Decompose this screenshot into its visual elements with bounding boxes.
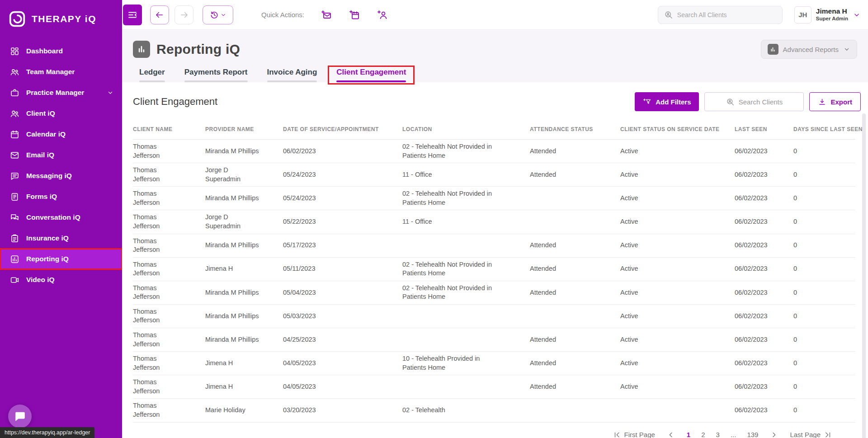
menu-fold-icon [127, 9, 138, 20]
table-cell [402, 375, 530, 399]
mail-plus-icon [321, 9, 332, 20]
sidebar-item-messaging-iq[interactable]: Messaging iQ [0, 165, 122, 186]
table-cell: 11 - Office [402, 210, 530, 234]
table-cell: 04/05/2023 [283, 375, 402, 399]
export-button[interactable]: Export [809, 92, 861, 111]
table-row[interactable]: Thomas JeffersonMiranda M Phillips05/03/… [133, 304, 855, 328]
advanced-reports-button[interactable]: Advanced Reports [761, 40, 857, 59]
last-page-button[interactable]: Last Page [790, 431, 832, 438]
page-button-1[interactable]: 1 [687, 431, 690, 438]
sidebar-item-insurance-iq[interactable]: Insurance iQ [0, 228, 122, 249]
table-cell: 04/05/2023 [283, 352, 402, 375]
person-plus-icon [377, 9, 388, 20]
table-cell: 06/02/2023 [735, 281, 793, 304]
table-header-row: CLIENT NAMEPROVIDER NAMEDATE OF SERVICE/… [133, 119, 855, 140]
user-role: Super Admin [816, 16, 848, 22]
table-cell: Active [620, 257, 735, 281]
table-cell: Thomas Jefferson [133, 328, 205, 352]
sidebar-item-practice-manager[interactable]: Practice Manager [0, 82, 122, 103]
user-menu[interactable]: JH Jimena H Super Admin [794, 6, 861, 24]
forward-button[interactable] [175, 5, 193, 24]
next-page-button[interactable] [770, 431, 778, 438]
sidebar-item-calendar-iq[interactable]: Calendar iQ [0, 124, 122, 145]
table-cell: 05/24/2023 [283, 187, 402, 210]
sidebar-item-label: Conversation iQ [26, 213, 80, 221]
sidebar-item-client-iq[interactable]: Client iQ [0, 103, 122, 124]
tab-label: Invoice Aging [267, 68, 317, 77]
export-label: Export [830, 98, 852, 106]
table-row[interactable]: Thomas JeffersonMarie Holiday03/20/20230… [133, 399, 855, 422]
search-all-clients-box[interactable] [658, 6, 783, 24]
add-filters-button[interactable]: Add Filters [635, 92, 699, 111]
tab-underline [336, 80, 406, 82]
table-cell: 04/25/2023 [283, 328, 402, 352]
sidebar-item-video-iq[interactable]: Video iQ [0, 269, 122, 290]
last-page-icon [824, 431, 832, 438]
tab-label: Ledger [139, 68, 165, 77]
new-client-quick-action[interactable] [377, 9, 388, 21]
table-row[interactable]: Thomas JeffersonJimena H04/05/2023Attend… [133, 375, 855, 399]
first-page-button[interactable]: First Page [613, 431, 655, 438]
sidebar-nav: DashboardTeam ManagerPractice ManagerCli… [0, 41, 122, 290]
tab-payments-report[interactable]: Payments Report [178, 68, 254, 82]
prev-page-button[interactable] [667, 431, 675, 438]
search-client-icon [664, 10, 673, 19]
page-numbers: 123...139 [687, 431, 759, 438]
table-cell: Jorge D Superadmin [205, 210, 283, 234]
tab-invoice-aging[interactable]: Invoice Aging [261, 68, 324, 82]
table-row[interactable]: Thomas JeffersonMiranda M Phillips05/24/… [133, 187, 855, 210]
sidebar-item-email-iq[interactable]: Email iQ [0, 145, 122, 165]
sidebar-item-dashboard[interactable]: Dashboard [0, 41, 122, 61]
new-appointment-quick-action[interactable] [349, 9, 360, 21]
sidebar-item-team-manager[interactable]: Team Manager [0, 61, 122, 82]
page-button-3[interactable]: 3 [716, 431, 720, 438]
search-clients-button[interactable]: Search Clients [704, 92, 804, 111]
quick-actions-label: Quick Actions: [261, 11, 304, 19]
table-cell: 0 [793, 234, 855, 257]
client-engagement-table: CLIENT NAMEPROVIDER NAMEDATE OF SERVICE/… [133, 119, 855, 423]
table-cell: 06/02/2023 [735, 304, 793, 328]
main-area: Quick Actions: JH Jimena H Super Admin [122, 0, 868, 438]
page-header-band: Reporting iQ Advanced Reports LedgerPaym… [122, 30, 868, 82]
sidebar-item-reporting-iq[interactable]: Reporting iQ [0, 249, 122, 269]
table-row[interactable]: Thomas JeffersonMiranda M Phillips06/02/… [133, 140, 855, 163]
column-header-attendance-status: ATTENDANCE STATUS [530, 119, 620, 140]
table-cell: 06/02/2023 [735, 375, 793, 399]
back-button[interactable] [150, 5, 169, 24]
table-cell: 06/02/2023 [735, 187, 793, 210]
table-row[interactable]: Thomas JeffersonJimena H04/05/202310 - T… [133, 352, 855, 375]
column-header-days-since-last-seen: DAYS SINCE LAST SEEN [793, 119, 855, 140]
tab-client-engagement[interactable]: Client Engagement [330, 68, 412, 82]
table-row[interactable]: Thomas JeffersonMiranda M Phillips05/04/… [133, 281, 855, 304]
search-all-clients-input[interactable] [677, 11, 776, 19]
chat-fab-button[interactable] [8, 405, 32, 428]
history-button[interactable] [203, 5, 233, 24]
reports-icon [768, 44, 778, 55]
table-cell: 06/02/2023 [735, 399, 793, 422]
sidebar-item-forms-iq[interactable]: Forms iQ [0, 186, 122, 207]
vertical-scrollbar[interactable] [862, 113, 866, 438]
chat-icon [14, 410, 26, 422]
sidebar-item-conversation-iq[interactable]: Conversation iQ [0, 207, 122, 228]
table-cell [530, 210, 620, 234]
sidebar-collapse-button[interactable] [123, 5, 142, 25]
brand-logo[interactable]: THERAPY iQ [0, 0, 122, 34]
page-button-139[interactable]: 139 [747, 431, 758, 438]
chevron-left-icon [667, 431, 675, 438]
page-button-2[interactable]: 2 [701, 431, 705, 438]
table-row[interactable]: Thomas JeffersonMiranda M Phillips04/25/… [133, 328, 855, 352]
search-client-icon [726, 98, 735, 106]
clients-icon [10, 109, 19, 118]
table-row[interactable]: Thomas JeffersonMiranda M Phillips05/17/… [133, 234, 855, 257]
table-row[interactable]: Thomas JeffersonJorge D Superadmin05/22/… [133, 210, 855, 234]
table-row[interactable]: Thomas JeffersonJimena H05/11/202302 - T… [133, 257, 855, 281]
table-cell: Jimena H [205, 375, 283, 399]
table-cell: Attended [530, 328, 620, 352]
table-cell: Active [620, 210, 735, 234]
tab-underline [184, 80, 248, 82]
tab-ledger[interactable]: Ledger [133, 68, 171, 82]
table-row[interactable]: Thomas JeffersonJorge D Superadmin05/24/… [133, 163, 855, 187]
chevron-down-icon [843, 46, 850, 53]
new-email-quick-action[interactable] [321, 9, 332, 21]
table-cell: 02 - Telehealth Not Provided in Patients… [402, 187, 530, 210]
